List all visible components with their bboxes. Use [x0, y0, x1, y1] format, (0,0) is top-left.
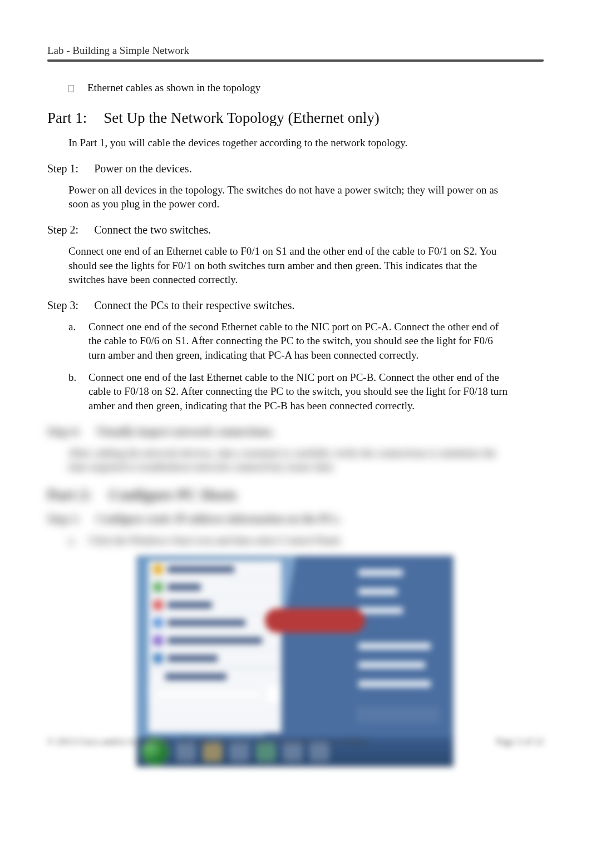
p2-step1-a-letter: a. — [68, 533, 78, 548]
step1-body: Power on all devices in the topology. Th… — [68, 183, 503, 211]
header-divider — [47, 59, 544, 62]
p2-step1-title: Configure static IP address information … — [96, 513, 341, 525]
footer-page-number: Page 2 of 12 — [496, 736, 544, 747]
bullet-item: ⎕ Ethernet cables as shown in the topolo… — [68, 82, 544, 94]
p2-step1-item-a: a. Click the Windows Start icon and then… — [68, 533, 508, 548]
page-header-title: Lab - Building a Simple Network — [47, 44, 544, 57]
p2-step1-a-text: Click the Windows Start icon and then se… — [88, 533, 342, 548]
step4-heading: Step 4: Visually inspect network connect… — [47, 425, 544, 438]
step3-a-text: Connect one end of the second Ethernet c… — [88, 320, 508, 363]
blurred-preview-region: Step 4: Visually inspect network connect… — [47, 425, 544, 548]
step2-label: Step 2: — [47, 224, 78, 236]
part1-intro: In Part 1, you will cable the devices to… — [68, 136, 544, 150]
step3-item-a: a. Connect one end of the second Etherne… — [68, 320, 508, 363]
step3-label: Step 3: — [47, 299, 78, 312]
document-page: Lab - Building a Simple Network ⎕ Ethern… — [0, 0, 591, 767]
p2-step1-heading: Step 1: Configure static IP address info… — [47, 513, 544, 525]
part2-label: Part 2: — [47, 487, 92, 504]
step3-a-letter: a. — [68, 320, 78, 363]
step3-heading: Step 3: Connect the PCs to their respect… — [47, 299, 544, 312]
part1-heading: Part 1: Set Up the Network Topology (Eth… — [47, 110, 544, 127]
bullet-icon: ⎕ — [68, 83, 74, 93]
bullet-text: Ethernet cables as shown in the topology — [87, 82, 260, 94]
step2-body: Connect one end of an Ethernet cable to … — [68, 244, 503, 287]
start-menu-left-pane — [148, 561, 282, 733]
step1-title: Power on the devices. — [94, 162, 192, 175]
p2-step1-label: Step 1: — [47, 513, 80, 525]
footer-copyright: © 2013 Cisco and/or its affiliates. All … — [47, 736, 370, 747]
part2-heading: Part 2: Configure PC Hosts — [47, 487, 544, 504]
step3-title: Connect the PCs to their respective swit… — [94, 299, 294, 312]
step4-body: After cabling the network devices, take … — [68, 446, 503, 474]
step1-label: Step 1: — [47, 162, 78, 175]
step3-b-letter: b. — [68, 370, 78, 413]
page-footer: © 2013 Cisco and/or its affiliates. All … — [47, 736, 544, 747]
windows-start-menu-screenshot — [136, 555, 454, 767]
part1-title: Set Up the Network Topology (Ethernet on… — [104, 110, 380, 127]
step1-heading: Step 1: Power on the devices. — [47, 162, 544, 175]
step4-title: Visually inspect network connections. — [96, 425, 274, 438]
part2-title: Configure PC Hosts — [109, 487, 237, 504]
part1-label: Part 1: — [47, 110, 87, 127]
step3-b-text: Connect one end of the last Ethernet cab… — [88, 370, 508, 413]
step4-label: Step 4: — [47, 425, 80, 438]
step2-title: Connect the two switches. — [94, 224, 211, 236]
control-panel-highlight — [265, 608, 365, 633]
step3-item-b: b. Connect one end of the last Ethernet … — [68, 370, 508, 413]
step2-heading: Step 2: Connect the two switches. — [47, 224, 544, 236]
